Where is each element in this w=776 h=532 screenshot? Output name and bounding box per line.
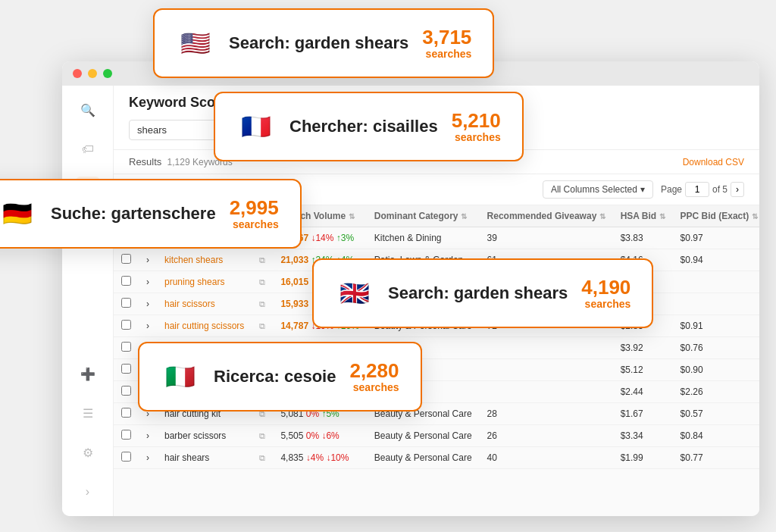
row-checkbox-cell — [114, 381, 139, 403]
ppc-exact-cell: $0.94 — [673, 249, 759, 271]
card-uk: 🇬🇧 Search: garden shears 4,190 searches — [312, 258, 653, 328]
de-count: 2,995 — [230, 197, 279, 219]
volume-value: 4,835 — [280, 452, 303, 463]
row-checkbox[interactable] — [121, 254, 131, 264]
row-expand-cell[interactable]: › — [139, 249, 157, 271]
fr-count-label: searches — [455, 131, 501, 143]
ppc-exact-cell — [673, 271, 759, 293]
keyword-text[interactable]: pruning shears — [164, 277, 224, 287]
row-expand-cell[interactable]: › — [139, 447, 157, 469]
ppc-exact-cell: $0.57 — [673, 403, 759, 425]
category-cell: Beauty & Personal Care — [367, 425, 480, 447]
row-checkbox[interactable] — [121, 430, 131, 440]
trend1: ↓14% — [311, 233, 333, 243]
trend1: ↓4% — [306, 452, 324, 463]
table-row: › barber scissors ⧉ 5,505 0% ↓6% Beauty … — [114, 425, 759, 447]
minimize-dot[interactable] — [88, 69, 97, 78]
trend2: ↓10% — [326, 452, 349, 463]
download-csv-link[interactable]: Download CSV — [683, 157, 744, 167]
columns-filter-label: All Columns Selected — [551, 184, 637, 195]
sidebar-icon-search[interactable]: 🔍 — [76, 98, 100, 122]
icon-cell: ⧉ — [252, 425, 273, 447]
col-hsa[interactable]: HSA Bid ⇅ — [613, 205, 673, 227]
keyword-cell: pruning shears — [157, 271, 252, 293]
icon-cell: ⧉ — [252, 447, 273, 469]
keyword-text[interactable]: hair scissors — [164, 299, 215, 309]
card-de: 🇩🇪 Suche: gartenschere 2,995 searches — [0, 179, 302, 249]
us-flag: 🇺🇸 — [176, 23, 215, 63]
it-label: Ricerca: cesoie — [214, 367, 336, 386]
col-ppc-exact[interactable]: PPC Bid (Exact) ⇅ — [673, 205, 759, 227]
row-expand-cell[interactable]: › — [139, 425, 157, 447]
card-it: 🇮🇹 Ricerca: cesoie 2,280 searches — [138, 342, 422, 412]
giveaway-cell: 40 — [480, 447, 613, 469]
page-nav: Page of 5 › — [661, 182, 744, 197]
hsa-cell: $1.99 — [613, 447, 673, 469]
hsa-cell: $3.83 — [613, 227, 673, 249]
keyword-text[interactable]: kitchen shears — [164, 255, 223, 265]
row-checkbox[interactable] — [121, 386, 131, 396]
columns-filter-button[interactable]: All Columns Selected ▾ — [543, 180, 653, 199]
next-page-button[interactable]: › — [731, 182, 744, 197]
sidebar-icon-add[interactable]: ➕ — [76, 361, 100, 386]
category-cell: Kitchen & Dining — [367, 227, 480, 249]
row-checkbox[interactable] — [121, 342, 131, 352]
ppc-exact-cell: $0.84 — [673, 425, 759, 447]
de-flag: 🇩🇪 — [0, 194, 37, 233]
it-flag: 🇮🇹 — [161, 357, 200, 396]
keyword-cell: hair scissors — [157, 293, 252, 315]
keyword-text[interactable]: hair cutting scissors — [164, 321, 244, 331]
copy-icon[interactable]: ⧉ — [259, 277, 265, 286]
copy-icon[interactable]: ⧉ — [259, 299, 265, 308]
page-total: of 5 — [712, 184, 728, 195]
row-checkbox[interactable] — [121, 452, 131, 462]
uk-count-label: searches — [585, 298, 631, 310]
volume-value: 21,033 — [280, 255, 308, 265]
row-checkbox-cell — [114, 337, 139, 359]
keyword-text: hair shears — [164, 452, 209, 463]
de-label: Suche: gartenschere — [51, 204, 216, 224]
sidebar-icon-list[interactable]: ☰ — [76, 401, 100, 425]
copy-icon[interactable]: ⧉ — [259, 431, 265, 440]
it-count-group: 2,280 searches — [349, 360, 399, 394]
col-category[interactable]: Dominant Category ⇅ — [367, 205, 480, 227]
us-count: 3,715 — [422, 27, 471, 49]
table-row: › hair shears ⧉ 4,835 ↓4% ↓10% Beauty & … — [114, 447, 759, 469]
scene: 🇺🇸 Search: garden shears 3,715 searches … — [17, 16, 759, 516]
sidebar-icon-chevron[interactable]: › — [76, 480, 100, 504]
row-checkbox[interactable] — [121, 298, 131, 308]
row-checkbox-cell — [114, 447, 139, 469]
volume-value: 15,933 — [280, 299, 308, 309]
row-checkbox[interactable] — [121, 364, 131, 374]
volume-cell: 5,505 0% ↓6% — [273, 425, 366, 447]
row-expand-cell[interactable]: › — [139, 293, 157, 315]
row-checkbox[interactable] — [121, 276, 131, 286]
sidebar-icon-tag[interactable]: 🏷 — [76, 137, 100, 161]
copy-icon[interactable]: ⧉ — [259, 255, 265, 264]
keyword-cell: barber scissors — [157, 425, 252, 447]
it-card-text: Ricerca: cesoie — [214, 367, 336, 386]
keyword-cell: kitchen shears — [157, 249, 252, 271]
fr-count-group: 5,210 searches — [452, 110, 501, 144]
keyword-cell: hair cutting scissors — [157, 315, 252, 337]
copy-icon[interactable]: ⧉ — [259, 321, 265, 330]
row-checkbox[interactable] — [121, 320, 131, 330]
copy-icon[interactable]: ⧉ — [259, 453, 265, 462]
row-expand-cell[interactable]: › — [139, 271, 157, 293]
uk-count-group: 4,190 searches — [581, 277, 630, 311]
row-checkbox-cell — [114, 359, 139, 381]
giveaway-cell — [480, 337, 613, 359]
volume-value: 5,505 — [280, 430, 303, 441]
close-dot[interactable] — [73, 69, 82, 78]
page-input[interactable] — [685, 182, 709, 197]
sidebar-icon-settings[interactable]: ⚙ — [76, 440, 100, 465]
icon-cell: ⧉ — [252, 249, 273, 271]
hsa-cell: $5.12 — [613, 359, 673, 381]
ppc-exact-cell: $0.76 — [673, 337, 759, 359]
col-giveaway[interactable]: Recommended Giveaway ⇅ — [480, 205, 613, 227]
maximize-dot[interactable] — [103, 69, 112, 78]
row-checkbox[interactable] — [121, 408, 131, 418]
de-count-label: searches — [233, 218, 279, 230]
row-expand-cell[interactable]: › — [139, 315, 157, 337]
keyword-cell: hair shears — [157, 447, 252, 469]
